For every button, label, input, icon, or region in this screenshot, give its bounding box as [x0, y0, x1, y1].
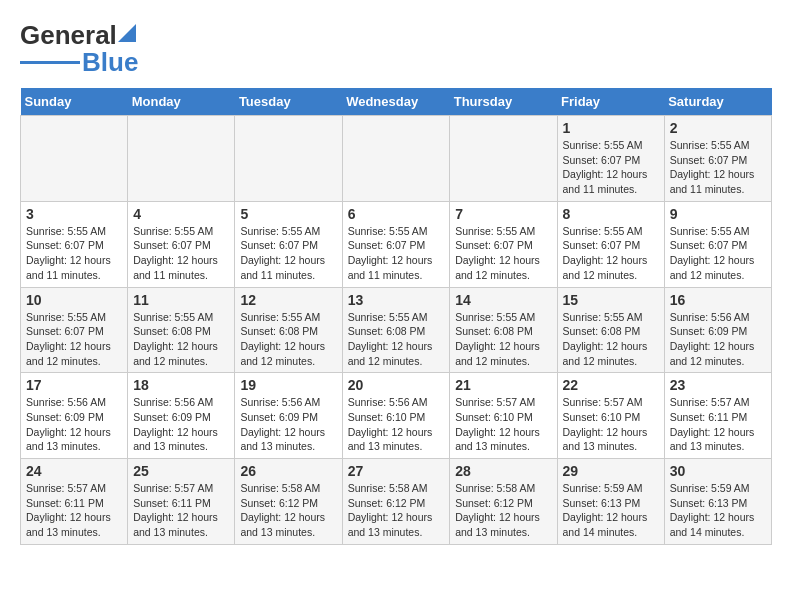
day-number: 26: [240, 463, 336, 479]
svg-marker-0: [118, 24, 136, 42]
calendar-cell: 30Sunrise: 5:59 AM Sunset: 6:13 PM Dayli…: [664, 459, 771, 545]
calendar-cell: 22Sunrise: 5:57 AM Sunset: 6:10 PM Dayli…: [557, 373, 664, 459]
weekday-header-thursday: Thursday: [450, 88, 557, 116]
calendar-week-3: 10Sunrise: 5:55 AM Sunset: 6:07 PM Dayli…: [21, 287, 772, 373]
day-info: Sunrise: 5:55 AM Sunset: 6:07 PM Dayligh…: [455, 224, 551, 283]
day-info: Sunrise: 5:55 AM Sunset: 6:08 PM Dayligh…: [133, 310, 229, 369]
day-number: 20: [348, 377, 445, 393]
calendar-cell: 8Sunrise: 5:55 AM Sunset: 6:07 PM Daylig…: [557, 201, 664, 287]
calendar-cell: 3Sunrise: 5:55 AM Sunset: 6:07 PM Daylig…: [21, 201, 128, 287]
day-number: 6: [348, 206, 445, 222]
day-number: 30: [670, 463, 766, 479]
day-info: Sunrise: 5:55 AM Sunset: 6:08 PM Dayligh…: [240, 310, 336, 369]
day-info: Sunrise: 5:58 AM Sunset: 6:12 PM Dayligh…: [348, 481, 445, 540]
day-number: 15: [563, 292, 659, 308]
day-info: Sunrise: 5:55 AM Sunset: 6:08 PM Dayligh…: [563, 310, 659, 369]
day-number: 17: [26, 377, 122, 393]
day-info: Sunrise: 5:55 AM Sunset: 6:08 PM Dayligh…: [455, 310, 551, 369]
day-info: Sunrise: 5:55 AM Sunset: 6:07 PM Dayligh…: [348, 224, 445, 283]
weekday-header-sunday: Sunday: [21, 88, 128, 116]
calendar-cell: [235, 116, 342, 202]
calendar-cell: 11Sunrise: 5:55 AM Sunset: 6:08 PM Dayli…: [128, 287, 235, 373]
calendar-cell: 6Sunrise: 5:55 AM Sunset: 6:07 PM Daylig…: [342, 201, 450, 287]
day-info: Sunrise: 5:58 AM Sunset: 6:12 PM Dayligh…: [455, 481, 551, 540]
day-number: 18: [133, 377, 229, 393]
day-info: Sunrise: 5:56 AM Sunset: 6:10 PM Dayligh…: [348, 395, 445, 454]
day-number: 22: [563, 377, 659, 393]
day-number: 4: [133, 206, 229, 222]
calendar-week-5: 24Sunrise: 5:57 AM Sunset: 6:11 PM Dayli…: [21, 459, 772, 545]
day-info: Sunrise: 5:55 AM Sunset: 6:07 PM Dayligh…: [26, 224, 122, 283]
day-number: 8: [563, 206, 659, 222]
weekday-header-monday: Monday: [128, 88, 235, 116]
day-number: 24: [26, 463, 122, 479]
calendar-cell: 4Sunrise: 5:55 AM Sunset: 6:07 PM Daylig…: [128, 201, 235, 287]
logo: General Blue: [20, 20, 138, 78]
logo-blue: Blue: [82, 47, 138, 78]
day-info: Sunrise: 5:55 AM Sunset: 6:08 PM Dayligh…: [348, 310, 445, 369]
weekday-header-tuesday: Tuesday: [235, 88, 342, 116]
calendar-cell: 24Sunrise: 5:57 AM Sunset: 6:11 PM Dayli…: [21, 459, 128, 545]
calendar-cell: 10Sunrise: 5:55 AM Sunset: 6:07 PM Dayli…: [21, 287, 128, 373]
calendar-cell: 13Sunrise: 5:55 AM Sunset: 6:08 PM Dayli…: [342, 287, 450, 373]
day-info: Sunrise: 5:57 AM Sunset: 6:10 PM Dayligh…: [455, 395, 551, 454]
day-number: 14: [455, 292, 551, 308]
day-info: Sunrise: 5:55 AM Sunset: 6:07 PM Dayligh…: [26, 310, 122, 369]
day-number: 19: [240, 377, 336, 393]
calendar-cell: [128, 116, 235, 202]
calendar-week-2: 3Sunrise: 5:55 AM Sunset: 6:07 PM Daylig…: [21, 201, 772, 287]
day-number: 16: [670, 292, 766, 308]
calendar-cell: 15Sunrise: 5:55 AM Sunset: 6:08 PM Dayli…: [557, 287, 664, 373]
calendar-cell: 19Sunrise: 5:56 AM Sunset: 6:09 PM Dayli…: [235, 373, 342, 459]
day-info: Sunrise: 5:55 AM Sunset: 6:07 PM Dayligh…: [240, 224, 336, 283]
weekday-header-friday: Friday: [557, 88, 664, 116]
calendar-cell: 28Sunrise: 5:58 AM Sunset: 6:12 PM Dayli…: [450, 459, 557, 545]
calendar-cell: 2Sunrise: 5:55 AM Sunset: 6:07 PM Daylig…: [664, 116, 771, 202]
day-info: Sunrise: 5:59 AM Sunset: 6:13 PM Dayligh…: [670, 481, 766, 540]
calendar-cell: 23Sunrise: 5:57 AM Sunset: 6:11 PM Dayli…: [664, 373, 771, 459]
day-info: Sunrise: 5:57 AM Sunset: 6:11 PM Dayligh…: [133, 481, 229, 540]
day-info: Sunrise: 5:55 AM Sunset: 6:07 PM Dayligh…: [563, 138, 659, 197]
calendar-cell: [21, 116, 128, 202]
day-number: 11: [133, 292, 229, 308]
day-number: 9: [670, 206, 766, 222]
calendar-cell: [342, 116, 450, 202]
day-info: Sunrise: 5:55 AM Sunset: 6:07 PM Dayligh…: [670, 224, 766, 283]
calendar-cell: 16Sunrise: 5:56 AM Sunset: 6:09 PM Dayli…: [664, 287, 771, 373]
day-number: 28: [455, 463, 551, 479]
day-number: 29: [563, 463, 659, 479]
calendar-table: SundayMondayTuesdayWednesdayThursdayFrid…: [20, 88, 772, 545]
calendar-cell: 5Sunrise: 5:55 AM Sunset: 6:07 PM Daylig…: [235, 201, 342, 287]
calendar-cell: 7Sunrise: 5:55 AM Sunset: 6:07 PM Daylig…: [450, 201, 557, 287]
day-info: Sunrise: 5:57 AM Sunset: 6:11 PM Dayligh…: [26, 481, 122, 540]
calendar-cell: 20Sunrise: 5:56 AM Sunset: 6:10 PM Dayli…: [342, 373, 450, 459]
weekday-header-saturday: Saturday: [664, 88, 771, 116]
day-number: 23: [670, 377, 766, 393]
day-info: Sunrise: 5:57 AM Sunset: 6:11 PM Dayligh…: [670, 395, 766, 454]
day-number: 5: [240, 206, 336, 222]
page-header: General Blue: [20, 20, 772, 78]
day-info: Sunrise: 5:59 AM Sunset: 6:13 PM Dayligh…: [563, 481, 659, 540]
day-number: 1: [563, 120, 659, 136]
day-number: 10: [26, 292, 122, 308]
calendar-cell: 26Sunrise: 5:58 AM Sunset: 6:12 PM Dayli…: [235, 459, 342, 545]
calendar-cell: 21Sunrise: 5:57 AM Sunset: 6:10 PM Dayli…: [450, 373, 557, 459]
day-info: Sunrise: 5:56 AM Sunset: 6:09 PM Dayligh…: [133, 395, 229, 454]
logo-underline: [20, 61, 80, 64]
calendar-cell: 17Sunrise: 5:56 AM Sunset: 6:09 PM Dayli…: [21, 373, 128, 459]
day-info: Sunrise: 5:55 AM Sunset: 6:07 PM Dayligh…: [563, 224, 659, 283]
day-info: Sunrise: 5:57 AM Sunset: 6:10 PM Dayligh…: [563, 395, 659, 454]
day-number: 25: [133, 463, 229, 479]
calendar-week-4: 17Sunrise: 5:56 AM Sunset: 6:09 PM Dayli…: [21, 373, 772, 459]
day-number: 21: [455, 377, 551, 393]
day-number: 7: [455, 206, 551, 222]
day-number: 12: [240, 292, 336, 308]
logo-triangle-icon: [118, 24, 136, 42]
day-info: Sunrise: 5:56 AM Sunset: 6:09 PM Dayligh…: [26, 395, 122, 454]
day-info: Sunrise: 5:56 AM Sunset: 6:09 PM Dayligh…: [240, 395, 336, 454]
calendar-cell: 9Sunrise: 5:55 AM Sunset: 6:07 PM Daylig…: [664, 201, 771, 287]
calendar-week-1: 1Sunrise: 5:55 AM Sunset: 6:07 PM Daylig…: [21, 116, 772, 202]
day-info: Sunrise: 5:56 AM Sunset: 6:09 PM Dayligh…: [670, 310, 766, 369]
calendar-cell: 12Sunrise: 5:55 AM Sunset: 6:08 PM Dayli…: [235, 287, 342, 373]
calendar-cell: 27Sunrise: 5:58 AM Sunset: 6:12 PM Dayli…: [342, 459, 450, 545]
